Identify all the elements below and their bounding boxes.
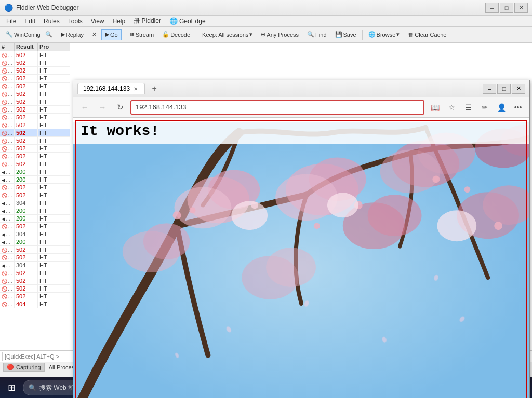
tab-label: 192.168.144.133 (83, 85, 130, 92)
start-button[interactable]: ⊞ (2, 378, 21, 397)
session-proto: HT (38, 137, 70, 144)
session-proto: HT (38, 262, 70, 269)
menu-geoedge[interactable]: 🌐 GeoEdge (165, 16, 210, 26)
table-row[interactable]: 🚫89502HT (0, 114, 70, 121)
capture-label: Capturing (16, 364, 41, 370)
table-row[interactable]: 🚫81502HT (0, 51, 70, 59)
winconfig-button[interactable]: 🔧 WinConfig (2, 29, 44, 40)
maximize-button[interactable]: □ (500, 3, 513, 13)
close-button[interactable]: ✕ (514, 3, 528, 13)
notes-button[interactable]: ✏ (477, 100, 492, 115)
table-row[interactable]: 🚫111502HT (0, 285, 70, 293)
table-row[interactable]: 🚫85502HT (0, 83, 70, 90)
back-button[interactable]: ← (77, 100, 92, 115)
table-row[interactable]: ◀97200HT (0, 176, 70, 184)
more-button[interactable]: ••• (511, 100, 525, 115)
session-icon: 🚫 (2, 154, 7, 159)
session-icon: ◀ (2, 263, 5, 268)
session-proto: HT (38, 254, 70, 261)
table-row[interactable]: 🚫109502HT (0, 269, 70, 277)
table-row[interactable]: 🚫99502HT (0, 191, 70, 199)
table-row[interactable]: 🚫87502HT (0, 98, 70, 106)
menu-view[interactable]: View (87, 17, 109, 26)
session-num: ◀100 (0, 199, 15, 207)
table-row[interactable]: 🚫103502HT (0, 223, 70, 230)
menu-tools[interactable]: Tools (64, 17, 87, 26)
table-row[interactable]: 🚫106502HT (0, 246, 70, 254)
table-row[interactable]: 🚫86502HT (0, 90, 70, 98)
reader-view-button[interactable]: 📖 (428, 100, 442, 115)
table-row[interactable]: 🚫88502HT (0, 106, 70, 114)
browser-content: It works! (73, 118, 529, 398)
table-row[interactable]: 🚫113404HT (0, 300, 70, 308)
table-row[interactable]: ◀96200HT (0, 168, 70, 176)
table-row[interactable]: 🚫92502HT (0, 137, 70, 145)
table-row[interactable]: 🚫95502HT (0, 160, 70, 168)
table-row[interactable]: 🚫112502HT (0, 293, 70, 300)
table-row[interactable]: ◀101200HT (0, 207, 70, 215)
session-num: 🚫95 (0, 160, 15, 168)
table-row[interactable]: 🚫91502HT (0, 129, 70, 137)
session-icon: 🚫 (2, 279, 7, 284)
table-row[interactable]: 🚫83502HT (0, 67, 70, 75)
keep-all-button[interactable]: Keep: All sessions ▾ (198, 29, 256, 40)
menu-rules[interactable]: Rules (39, 17, 64, 26)
go-button[interactable]: ▶ Go (101, 29, 122, 40)
table-row[interactable]: 🚫82502HT (0, 59, 70, 67)
x-button[interactable]: ✕ (88, 29, 100, 40)
browser-close-button[interactable]: ✕ (512, 84, 525, 94)
table-row[interactable]: 🚫94502HT (0, 153, 70, 160)
stream-button[interactable]: ≋ Stream (126, 29, 157, 40)
save-button[interactable]: 💾 Save (331, 29, 360, 40)
clear-cache-button[interactable]: 🗑 Clear Cache (404, 29, 450, 40)
session-icon: 🚫 (2, 131, 7, 136)
hub-button[interactable]: ☰ (461, 100, 475, 115)
session-proto: HT (38, 184, 70, 191)
table-row[interactable]: 🚫107502HT (0, 254, 70, 262)
capture-status[interactable]: 🔴 Capturing (3, 363, 45, 372)
session-num: 🚫81 (0, 51, 15, 59)
browse-button[interactable]: 🌐 Browse ▾ (365, 29, 404, 40)
table-row[interactable]: 🚫93502HT (0, 145, 70, 153)
refresh-button[interactable]: ↻ (113, 100, 127, 115)
browser-minimize-button[interactable]: – (483, 84, 496, 94)
favorites-button[interactable]: ☆ (444, 100, 459, 115)
cherry-blossom-background (73, 118, 529, 398)
session-result: 502 (15, 293, 38, 300)
session-proto: HT (38, 269, 70, 277)
table-row[interactable]: ◀108304HT (0, 262, 70, 269)
browser-tab[interactable]: 192.168.144.133 ✕ (77, 83, 145, 94)
menu-edit[interactable]: Edit (20, 17, 39, 26)
table-row[interactable]: 🚫110502HT (0, 277, 70, 285)
table-row[interactable]: 🚫84502HT (0, 75, 70, 83)
session-num: 🚫84 (0, 75, 15, 82)
new-tab-button[interactable]: + (148, 83, 161, 95)
tab-close-button[interactable]: ✕ (132, 85, 139, 92)
decode-button[interactable]: 🔓 Decode (158, 29, 194, 40)
nav-right-buttons: 📖 ☆ ☰ ✏ 👤 ••• (428, 100, 525, 115)
menu-help[interactable]: Help (109, 17, 130, 26)
table-row[interactable]: ◀104304HT (0, 230, 70, 238)
find-button[interactable]: 🔍 Find (303, 29, 330, 40)
menu-piddler[interactable]: 册 Piddler (129, 16, 165, 26)
table-row[interactable]: 🚫98502HT (0, 184, 70, 191)
session-result: 502 (15, 160, 38, 168)
table-row[interactable]: 🚫90502HT (0, 121, 70, 129)
replay-button[interactable]: ▶ Replay (57, 29, 87, 40)
session-num: 🚫86 (0, 90, 15, 98)
address-bar[interactable] (130, 100, 424, 115)
profile-button[interactable]: 👤 (494, 100, 509, 115)
session-list: # Result Pro 🚫81502HT🚫82502HT🚫83502HT🚫84… (0, 43, 70, 350)
minimize-button[interactable]: – (485, 3, 499, 13)
browser-maximize-button[interactable]: □ (497, 84, 511, 94)
any-process-button[interactable]: ⊕ Any Process (257, 29, 302, 40)
table-row[interactable]: ◀102200HT (0, 215, 70, 223)
session-proto: HT (38, 277, 70, 284)
session-result: 304 (15, 199, 38, 207)
table-row[interactable]: ◀105200HT (0, 238, 70, 246)
session-num: 🚫93 (0, 145, 15, 152)
table-row[interactable]: ◀100304HT (0, 199, 70, 207)
svg-point-35 (327, 193, 358, 217)
menu-file[interactable]: File (2, 17, 20, 26)
forward-button[interactable]: → (95, 100, 110, 115)
